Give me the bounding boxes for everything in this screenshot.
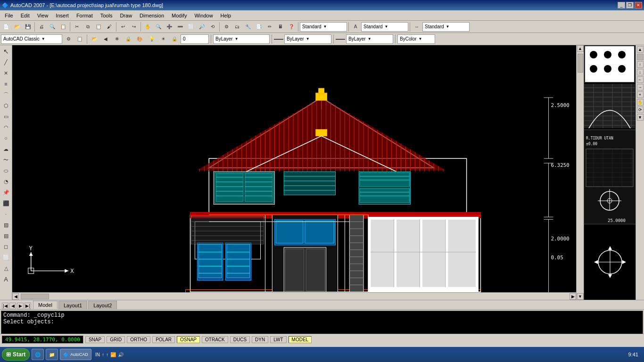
tb-textmatch[interactable]: A — [350, 22, 361, 32]
tb-undo[interactable]: ↩ — [118, 22, 128, 32]
start-button[interactable]: ⊞ Start — [2, 348, 30, 361]
tab-navigation[interactable]: |◀ ◀ ▶ ▶| — [2, 303, 31, 309]
rt-nav1[interactable]: ↑ — [637, 61, 644, 68]
tool-gradient[interactable]: ▤ — [1, 230, 11, 241]
tb-properties[interactable]: ⚙ — [221, 22, 231, 32]
rt-pan[interactable]: ✋ — [637, 99, 644, 106]
menu-draw[interactable]: Draw — [116, 12, 136, 19]
tb-redo[interactable]: ↪ — [129, 22, 139, 32]
status-otrack[interactable]: OTRACK — [202, 336, 228, 343]
layer-lock2-btn[interactable]: 🔒 — [169, 34, 180, 44]
tb-zoomextent[interactable]: ⬜ — [186, 22, 196, 32]
window-controls[interactable]: _ ❐ ✕ — [618, 2, 642, 8]
tool-region[interactable]: ◻ — [1, 241, 11, 252]
menu-view[interactable]: View — [33, 12, 52, 19]
textstyle-dropdown[interactable]: Standard ▼ — [300, 22, 347, 32]
tb-publish[interactable]: 📋 — [58, 22, 68, 32]
rt-nav2[interactable]: ↓ — [637, 69, 644, 75]
restore-button[interactable]: ❐ — [626, 2, 634, 8]
color-dropdown[interactable]: ByLayer ▼ — [213, 34, 270, 44]
rt-top[interactable]: ▲ — [637, 46, 644, 53]
minimize-button[interactable]: _ — [618, 2, 625, 8]
tool-circle[interactable]: ○ — [1, 133, 11, 143]
linetype-dropdown[interactable]: ByLayer ▼ — [284, 34, 331, 44]
horizontal-scrollbar[interactable]: ◀ ▶ — [12, 292, 576, 300]
tb-print[interactable]: 🖨 — [36, 22, 47, 32]
tb-markup[interactable]: ✏ — [264, 22, 275, 32]
tool-multiline[interactable]: ≡ — [1, 79, 11, 89]
tool-line[interactable]: ╱ — [1, 57, 11, 67]
tab-nav-prev[interactable]: ◀ — [9, 303, 16, 309]
rt-scroll1[interactable] — [637, 54, 644, 60]
tool-insert[interactable]: 📌 — [1, 187, 11, 197]
status-ortho[interactable]: ORTHO — [127, 336, 150, 343]
tb-zoomout[interactable]: ➖ — [175, 22, 185, 32]
tb-matchprop[interactable]: 🖌 — [104, 22, 115, 32]
tb-workspace2[interactable]: 📋 — [74, 34, 85, 44]
scroll-left[interactable]: ◀ — [12, 293, 19, 300]
workspace-dropdown[interactable]: AutoCAD Classic ▼ — [1, 34, 62, 44]
rt-zoom[interactable]: + — [637, 91, 644, 98]
tb-sheetset[interactable]: 📑 — [254, 22, 264, 32]
status-grid[interactable]: GRID — [107, 336, 125, 343]
layer-color-btn[interactable]: 🎨 — [134, 34, 145, 44]
tab-nav-first[interactable]: |◀ — [2, 303, 8, 309]
tb-paste[interactable]: 📋 — [93, 22, 104, 32]
scroll-up[interactable]: ▲ — [577, 45, 584, 52]
tool-pick[interactable]: ↖ — [1, 46, 11, 57]
tb-workspace-config[interactable]: ⚙ — [63, 34, 74, 44]
menu-edit[interactable]: Edit — [17, 12, 33, 19]
menu-modify[interactable]: Modify — [168, 12, 190, 19]
tool-construction[interactable]: ✕ — [1, 68, 11, 78]
menu-format[interactable]: Format — [73, 12, 97, 19]
rt-nav4[interactable]: → — [637, 84, 644, 90]
tool-revision[interactable]: ☁ — [1, 144, 11, 154]
status-polar[interactable]: POLAR — [152, 336, 175, 343]
tb-help[interactable]: ❓ — [286, 22, 297, 32]
tb-toolpalette[interactable]: 🔧 — [243, 22, 253, 32]
tool-rectangle[interactable]: ▭ — [1, 111, 11, 122]
tab-nav-next[interactable]: ▶ — [17, 303, 24, 309]
dimstyle-dropdown[interactable]: Standard ▼ — [361, 22, 408, 32]
scroll-right[interactable]: ▶ — [570, 293, 576, 300]
tool-ellipse[interactable]: ⬭ — [1, 165, 11, 176]
menu-tools[interactable]: Tools — [97, 12, 116, 19]
layer-lock-btn[interactable]: 🔒 — [123, 34, 133, 44]
layer-manager-btn[interactable]: 📂 — [89, 34, 99, 44]
tb-zoomin[interactable]: ➕ — [164, 22, 174, 32]
tb-zoomrestore[interactable]: ⟲ — [207, 22, 218, 32]
rt-3d[interactable]: ⟳ — [637, 107, 644, 113]
scroll-thumb-horiz[interactable] — [21, 294, 49, 299]
tb-new[interactable]: 📄 — [1, 22, 11, 32]
layer-freeze2-btn[interactable]: ☀ — [158, 34, 168, 44]
tb-copy[interactable]: ⧉ — [83, 22, 93, 32]
tab-model[interactable]: Model — [33, 301, 58, 309]
tab-layout1[interactable]: Layout1 — [58, 301, 87, 309]
tool-polygon[interactable]: ⬡ — [1, 100, 11, 111]
tool-spline[interactable]: 〜 — [1, 155, 11, 165]
scroll-thumb-vert[interactable] — [578, 54, 583, 73]
tb-save[interactable]: 💾 — [23, 22, 33, 32]
tool-polyline[interactable]: ⌒ — [1, 90, 11, 100]
scroll-down[interactable]: ▼ — [577, 293, 584, 300]
tool-point[interactable]: · — [1, 209, 11, 219]
layer-prev-btn[interactable]: ◀ — [100, 34, 111, 44]
tool-block[interactable]: ⬛ — [1, 198, 11, 208]
menu-window[interactable]: Window — [190, 12, 216, 19]
drawing-canvas-area[interactable]: X Y — [12, 45, 584, 300]
tb-preview[interactable]: 🔍 — [47, 22, 58, 32]
tb-pan[interactable]: ✋ — [142, 22, 153, 32]
menu-file[interactable]: File — [1, 12, 17, 19]
tb-zoomwindow[interactable]: 🔎 — [197, 22, 207, 32]
tb-zoom[interactable]: 🔍 — [153, 22, 164, 32]
rt-bottom[interactable]: ▼ — [637, 114, 644, 121]
tab-layout2[interactable]: Layout2 — [88, 301, 117, 309]
tb-cut[interactable]: ✂ — [72, 22, 82, 32]
taskbar-autocad[interactable]: 🔷 AutoCAD — [60, 349, 91, 360]
status-snap[interactable]: SNAP — [85, 336, 105, 343]
status-lwt[interactable]: LWT — [270, 336, 286, 343]
tool-wipeout[interactable]: ⬜ — [1, 252, 11, 263]
taskbar-explorer[interactable]: 📁 — [46, 349, 58, 360]
tool-arc[interactable]: ◠ — [1, 122, 11, 132]
status-osnap[interactable]: OSNAP — [177, 336, 200, 343]
